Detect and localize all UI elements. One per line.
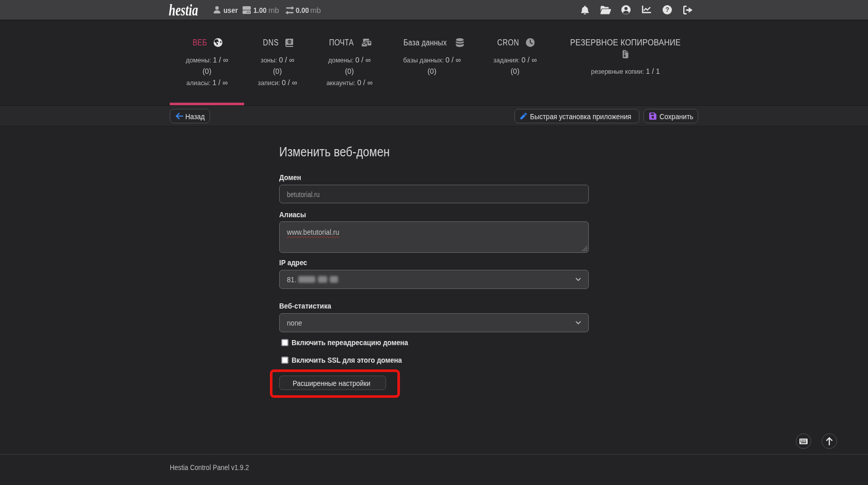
svg-text:?: ? <box>665 6 669 13</box>
